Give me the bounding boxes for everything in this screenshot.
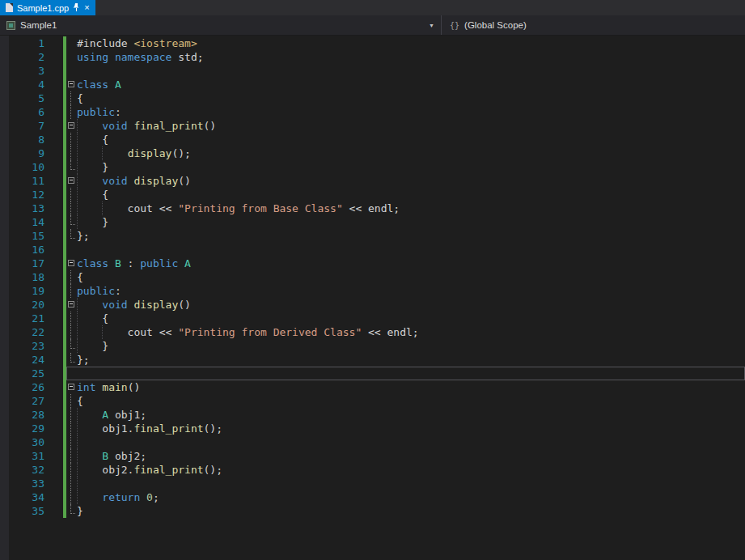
code-line[interactable]: 2using namespace std; <box>9 50 745 64</box>
code-line[interactable]: 15}; <box>9 229 745 243</box>
code-line[interactable]: 14 } <box>9 215 745 229</box>
outlining-margin[interactable] <box>66 119 76 133</box>
outlining-margin <box>66 339 76 353</box>
code-text: } <box>76 504 745 518</box>
tab-sample1-cpp[interactable]: Sample1.cpp × <box>0 0 95 15</box>
code-line[interactable]: 31 B obj2; <box>9 449 745 463</box>
code-line[interactable]: 9 display(); <box>9 146 745 160</box>
code-line[interactable]: 6public: <box>9 105 745 119</box>
outlining-margin[interactable] <box>66 257 76 270</box>
outlining-margin[interactable] <box>66 380 76 394</box>
code-line[interactable]: 27{ <box>9 394 745 408</box>
line-number: 4 <box>9 78 44 91</box>
code-token: } <box>77 340 108 352</box>
fold-collapse-icon[interactable] <box>68 81 74 87</box>
code-line[interactable]: 10 } <box>9 160 745 174</box>
project-icon <box>6 21 15 30</box>
code-line[interactable]: 4class A <box>9 78 745 91</box>
outline-line <box>70 188 71 202</box>
indent-guide <box>77 298 78 312</box>
code-line[interactable]: 5{ <box>9 91 745 105</box>
line-number: 27 <box>9 394 44 408</box>
code-line-current[interactable]: 25 <box>9 367 745 380</box>
code-line[interactable]: 18{ <box>9 270 745 284</box>
outlining-margin <box>66 422 76 435</box>
code-token: cout << <box>77 202 178 214</box>
outlining-margin[interactable] <box>66 78 76 91</box>
code-line[interactable]: 22 cout << "Printing from Derived Class"… <box>9 325 745 339</box>
code-token <box>77 299 102 311</box>
outlining-margin[interactable] <box>66 298 76 312</box>
code-text: return 0; <box>76 490 745 504</box>
code-token <box>77 409 102 421</box>
code-line[interactable]: 28 A obj1; <box>9 408 745 422</box>
code-token: class <box>77 257 108 269</box>
code-line[interactable]: 7 void final_print() <box>9 119 745 133</box>
code-token: << endl; <box>362 326 418 338</box>
code-line[interactable]: 24}; <box>9 353 745 367</box>
outlining-margin <box>66 133 76 146</box>
code-token: display <box>133 299 178 311</box>
line-number: 13 <box>9 202 44 215</box>
scope-dropdown[interactable]: {} (Global Scope) <box>442 15 745 35</box>
tab-label: Sample1.cpp <box>17 3 69 13</box>
outlining-margin <box>66 490 76 504</box>
code-line[interactable]: 21 { <box>9 312 745 325</box>
chevron-down-icon: ▼ <box>429 23 434 28</box>
pin-icon[interactable] <box>73 3 80 12</box>
indent-guide <box>77 477 78 490</box>
close-icon[interactable]: × <box>84 3 89 12</box>
code-line[interactable]: 30 <box>9 435 745 449</box>
scope-dropdown-label: (Global Scope) <box>464 20 527 30</box>
code-line[interactable]: 12 { <box>9 188 745 202</box>
fold-collapse-icon[interactable] <box>68 122 74 129</box>
code-line[interactable]: 3 <box>9 64 745 78</box>
code-line[interactable]: 17class B : public A <box>9 257 745 270</box>
code-text: }; <box>76 353 745 367</box>
outlining-margin[interactable] <box>66 174 76 188</box>
code-line[interactable]: 34 return 0; <box>9 490 745 504</box>
code-line[interactable]: 19public: <box>9 284 745 298</box>
fold-collapse-icon[interactable] <box>68 177 74 184</box>
project-dropdown[interactable]: Sample1 ▼ <box>0 15 442 35</box>
document-icon <box>6 3 13 12</box>
outlining-margin <box>66 504 76 518</box>
fold-collapse-icon[interactable] <box>68 260 74 266</box>
code-text <box>76 367 745 380</box>
code-token: "Printing from Base Class" <box>178 202 343 214</box>
code-line[interactable]: 26int main() <box>9 380 745 394</box>
code-token: () <box>128 381 141 393</box>
outline-line <box>70 435 71 449</box>
code-line[interactable]: 1#include <iostream> <box>9 36 745 50</box>
outlining-margin <box>66 105 76 119</box>
code-line[interactable]: 35} <box>9 504 745 518</box>
indent-guide <box>77 422 78 435</box>
code-line[interactable]: 32 obj2.final_print(); <box>9 463 745 477</box>
outlining-margin <box>66 463 76 477</box>
fold-collapse-icon[interactable] <box>68 384 74 390</box>
code-line[interactable]: 13 cout << "Printing from Base Class" <<… <box>9 202 745 215</box>
code-token <box>108 51 115 63</box>
code-line[interactable]: 23 } <box>9 339 745 353</box>
code-line[interactable]: 16 <box>9 243 745 257</box>
outlining-margin <box>66 160 76 174</box>
code-token: : <box>115 106 121 118</box>
code-token: display <box>133 175 178 187</box>
code-line[interactable]: 20 void display() <box>9 298 745 312</box>
code-text: display(); <box>76 146 745 160</box>
code-line[interactable]: 29 obj1.final_print(); <box>9 422 745 435</box>
code-text: using namespace std; <box>76 50 745 64</box>
code-line[interactable]: 33 <box>9 477 745 490</box>
code-line[interactable]: 8 { <box>9 133 745 146</box>
line-number: 11 <box>9 174 44 188</box>
indent-guide <box>102 325 103 339</box>
code-token: A <box>184 257 191 269</box>
code-text: int main() <box>76 380 745 394</box>
code-editor[interactable]: 1#include <iostream>2using namespace std… <box>0 36 745 560</box>
outlining-margin <box>66 408 76 422</box>
code-text: { <box>76 270 745 284</box>
fold-collapse-icon[interactable] <box>68 301 74 308</box>
code-line[interactable]: 11 void display() <box>9 174 745 188</box>
outlining-margin <box>66 243 76 257</box>
code-text: class B : public A <box>76 257 745 270</box>
